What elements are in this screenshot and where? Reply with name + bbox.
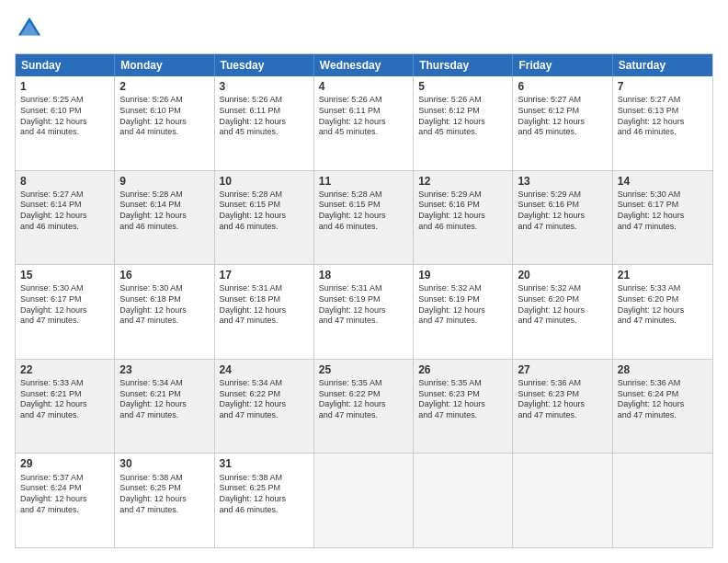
cell-info: Sunrise: 5:28 AM Sunset: 6:14 PM Dayligh… [119,190,209,233]
day-number: 5 [418,79,507,94]
day-number: 7 [618,79,708,94]
day-number: 6 [518,79,607,94]
calendar-cell: 16Sunrise: 5:30 AM Sunset: 6:18 PM Dayli… [115,265,214,359]
cell-info: Sunrise: 5:30 AM Sunset: 6:17 PM Dayligh… [618,190,708,233]
calendar-row: 1Sunrise: 5:25 AM Sunset: 6:10 PM Daylig… [16,76,712,170]
calendar-cell: 7Sunrise: 5:27 AM Sunset: 6:13 PM Daylig… [613,76,712,170]
cell-info: Sunrise: 5:38 AM Sunset: 6:25 PM Dayligh… [220,473,309,516]
calendar-cell: 21Sunrise: 5:33 AM Sunset: 6:20 PM Dayli… [613,265,712,359]
calendar-cell: 19Sunrise: 5:32 AM Sunset: 6:19 PM Dayli… [414,265,513,359]
day-number: 10 [220,174,309,189]
day-number: 26 [418,362,507,377]
cell-info: Sunrise: 5:34 AM Sunset: 6:21 PM Dayligh… [119,378,209,421]
cell-info: Sunrise: 5:37 AM Sunset: 6:24 PM Dayligh… [20,473,109,516]
day-number: 13 [518,174,607,189]
calendar-cell: 31Sunrise: 5:38 AM Sunset: 6:25 PM Dayli… [215,454,314,547]
calendar-cell: 30Sunrise: 5:38 AM Sunset: 6:25 PM Dayli… [115,454,214,547]
day-number: 4 [319,79,408,94]
calendar-cell: 29Sunrise: 5:37 AM Sunset: 6:24 PM Dayli… [16,454,115,547]
cell-info: Sunrise: 5:38 AM Sunset: 6:25 PM Dayligh… [119,473,209,516]
calendar-row: 15Sunrise: 5:30 AM Sunset: 6:17 PM Dayli… [16,264,712,359]
day-number: 24 [220,362,309,377]
calendar-cell: 14Sunrise: 5:30 AM Sunset: 6:17 PM Dayli… [613,171,712,265]
calendar-cell: 10Sunrise: 5:28 AM Sunset: 6:15 PM Dayli… [215,171,314,265]
calendar-row: 29Sunrise: 5:37 AM Sunset: 6:24 PM Dayli… [16,453,712,547]
calendar-cell-empty [613,454,712,547]
calendar-cell: 24Sunrise: 5:34 AM Sunset: 6:22 PM Dayli… [215,360,314,454]
cell-info: Sunrise: 5:29 AM Sunset: 6:16 PM Dayligh… [418,190,507,233]
cell-info: Sunrise: 5:31 AM Sunset: 6:19 PM Dayligh… [319,283,408,327]
weekday-header: Thursday [414,54,513,76]
cell-info: Sunrise: 5:32 AM Sunset: 6:20 PM Dayligh… [518,283,607,327]
day-number: 17 [220,268,309,282]
calendar-cell: 18Sunrise: 5:31 AM Sunset: 6:19 PM Dayli… [314,265,414,359]
calendar: SundayMondayTuesdayWednesdayThursdayFrid… [15,53,713,548]
cell-info: Sunrise: 5:27 AM Sunset: 6:13 PM Dayligh… [618,95,708,138]
day-number: 15 [20,268,109,282]
day-number: 22 [20,362,109,377]
cell-info: Sunrise: 5:31 AM Sunset: 6:18 PM Dayligh… [220,283,309,327]
cell-info: Sunrise: 5:29 AM Sunset: 6:16 PM Dayligh… [518,190,607,233]
day-number: 27 [518,362,607,377]
calendar-cell: 4Sunrise: 5:26 AM Sunset: 6:11 PM Daylig… [314,76,414,170]
day-number: 21 [618,268,708,282]
cell-info: Sunrise: 5:28 AM Sunset: 6:15 PM Dayligh… [319,190,408,233]
day-number: 30 [119,456,209,471]
cell-info: Sunrise: 5:35 AM Sunset: 6:22 PM Dayligh… [319,378,408,421]
calendar-header: SundayMondayTuesdayWednesdayThursdayFrid… [16,54,712,76]
day-number: 14 [618,174,708,189]
logo-icon [17,15,42,40]
cell-info: Sunrise: 5:27 AM Sunset: 6:14 PM Dayligh… [20,190,109,233]
day-number: 12 [418,174,507,189]
weekday-header: Sunday [16,54,115,76]
calendar-cell: 6Sunrise: 5:27 AM Sunset: 6:12 PM Daylig… [513,76,612,170]
header [15,15,713,44]
weekday-header: Friday [513,54,612,76]
cell-info: Sunrise: 5:32 AM Sunset: 6:19 PM Dayligh… [418,283,507,327]
calendar-cell: 8Sunrise: 5:27 AM Sunset: 6:14 PM Daylig… [16,171,115,265]
calendar-cell: 1Sunrise: 5:25 AM Sunset: 6:10 PM Daylig… [16,76,115,170]
cell-info: Sunrise: 5:26 AM Sunset: 6:11 PM Dayligh… [220,95,309,138]
calendar-cell: 2Sunrise: 5:26 AM Sunset: 6:10 PM Daylig… [115,76,214,170]
weekday-header: Saturday [613,54,712,76]
cell-info: Sunrise: 5:36 AM Sunset: 6:24 PM Dayligh… [618,378,708,421]
cell-info: Sunrise: 5:34 AM Sunset: 6:22 PM Dayligh… [220,378,309,421]
calendar-cell: 25Sunrise: 5:35 AM Sunset: 6:22 PM Dayli… [314,360,414,454]
weekday-header: Monday [115,54,214,76]
cell-info: Sunrise: 5:25 AM Sunset: 6:10 PM Dayligh… [20,95,109,138]
calendar-cell: 9Sunrise: 5:28 AM Sunset: 6:14 PM Daylig… [115,171,214,265]
day-number: 11 [319,174,408,189]
day-number: 25 [319,362,408,377]
day-number: 16 [119,268,209,282]
cell-info: Sunrise: 5:30 AM Sunset: 6:18 PM Dayligh… [119,283,209,327]
day-number: 23 [119,362,209,377]
cell-info: Sunrise: 5:30 AM Sunset: 6:17 PM Dayligh… [20,283,109,327]
weekday-header: Tuesday [215,54,314,76]
calendar-cell: 20Sunrise: 5:32 AM Sunset: 6:20 PM Dayli… [513,265,612,359]
day-number: 9 [119,174,209,189]
calendar-cell: 11Sunrise: 5:28 AM Sunset: 6:15 PM Dayli… [314,171,414,265]
cell-info: Sunrise: 5:28 AM Sunset: 6:15 PM Dayligh… [220,190,309,233]
calendar-cell: 17Sunrise: 5:31 AM Sunset: 6:18 PM Dayli… [215,265,314,359]
day-number: 8 [20,174,109,189]
calendar-body: 1Sunrise: 5:25 AM Sunset: 6:10 PM Daylig… [16,76,712,547]
calendar-cell-empty [414,454,513,547]
cell-info: Sunrise: 5:26 AM Sunset: 6:12 PM Dayligh… [418,95,507,138]
calendar-row: 8Sunrise: 5:27 AM Sunset: 6:14 PM Daylig… [16,170,712,265]
day-number: 18 [319,268,408,282]
page: SundayMondayTuesdayWednesdayThursdayFrid… [0,0,728,563]
cell-info: Sunrise: 5:35 AM Sunset: 6:23 PM Dayligh… [418,378,507,421]
calendar-cell: 15Sunrise: 5:30 AM Sunset: 6:17 PM Dayli… [16,265,115,359]
day-number: 2 [119,79,209,94]
cell-info: Sunrise: 5:33 AM Sunset: 6:20 PM Dayligh… [618,283,708,327]
cell-info: Sunrise: 5:27 AM Sunset: 6:12 PM Dayligh… [518,95,607,138]
day-number: 19 [418,268,507,282]
calendar-cell: 12Sunrise: 5:29 AM Sunset: 6:16 PM Dayli… [414,171,513,265]
calendar-cell: 5Sunrise: 5:26 AM Sunset: 6:12 PM Daylig… [414,76,513,170]
day-number: 28 [618,362,708,377]
calendar-cell-empty [513,454,612,547]
logo [15,15,42,44]
day-number: 3 [220,79,309,94]
calendar-cell: 23Sunrise: 5:34 AM Sunset: 6:21 PM Dayli… [115,360,214,454]
calendar-cell: 28Sunrise: 5:36 AM Sunset: 6:24 PM Dayli… [613,360,712,454]
